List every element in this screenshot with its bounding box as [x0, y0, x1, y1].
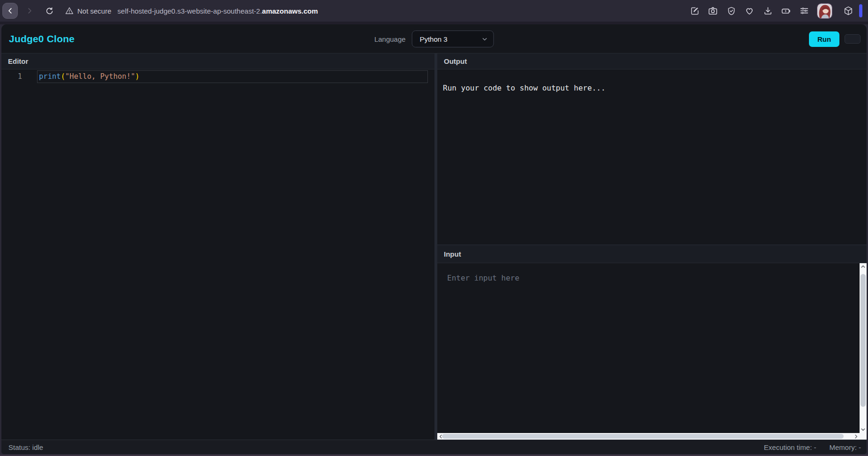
code-line: 1 print("Hello, Python!"): [1, 70, 434, 83]
right-column: Output Run your code to show output here…: [437, 53, 867, 440]
avatar-image: [817, 4, 832, 18]
menu-button[interactable]: [799, 6, 809, 16]
shield-check-icon: [726, 6, 736, 16]
language-select[interactable]: Python 3: [412, 30, 494, 47]
chevron-right-icon: [25, 7, 34, 15]
input-horizontal-scrollbar[interactable]: [437, 433, 860, 440]
page-window: Judge0 Clone Language Python 3 Run Edito…: [1, 24, 867, 454]
toolbar-icon-group: [689, 4, 832, 18]
heart-icon: [744, 6, 755, 16]
warning-triangle-icon: [65, 6, 74, 15]
execution-time-text: Execution time: -: [764, 443, 816, 451]
scrollbar-corner: [860, 433, 867, 440]
scroll-down-icon: [861, 427, 866, 432]
language-group: Language Python 3: [374, 24, 494, 53]
downloads-button[interactable]: [763, 6, 773, 16]
privacy-button[interactable]: [726, 6, 736, 16]
output-message: Run your code to show output here...: [443, 84, 861, 92]
sliders-icon: [799, 6, 809, 16]
edit-button[interactable]: [689, 6, 700, 16]
not-secure-label: Not secure: [77, 7, 112, 15]
sidebar-corner-group: [843, 4, 862, 17]
browser-toolbar: Not secure self-hosted-judge0.s3-website…: [0, 0, 868, 22]
input-vertical-scrollbar[interactable]: [860, 263, 867, 433]
edit-icon: [690, 6, 700, 16]
scroll-up-icon: [861, 264, 866, 269]
url-host-bold: amazonaws.com: [262, 7, 318, 15]
header-actions: Run: [809, 24, 861, 53]
site-security-button[interactable]: Not secure: [65, 6, 112, 15]
favorites-button[interactable]: [744, 6, 755, 16]
input-panel-title: Input: [437, 245, 867, 263]
page-title: Judge0 Clone: [9, 33, 75, 45]
cube-icon: [843, 6, 853, 16]
app-header: Judge0 Clone Language Python 3 Run: [1, 24, 867, 53]
vertical-scroll-thumb[interactable]: [861, 274, 866, 407]
boost-button[interactable]: [781, 6, 791, 16]
output-panel: Output Run your code to show output here…: [437, 53, 867, 245]
chevron-left-icon: [6, 7, 15, 15]
input-textarea[interactable]: [437, 263, 860, 433]
sidebar-accent-bar[interactable]: [859, 4, 862, 17]
output-panel-title: Output: [437, 53, 867, 69]
refresh-icon: [45, 7, 54, 15]
output-area: Run your code to show output here...: [437, 69, 867, 244]
scroll-down-button[interactable]: [860, 426, 867, 433]
line-number: 1: [1, 70, 37, 83]
scroll-right-icon: [853, 434, 859, 439]
battery-icon: [781, 6, 791, 16]
input-panel: Input: [437, 245, 867, 440]
scroll-up-button[interactable]: [860, 263, 867, 270]
code-editor[interactable]: 1 print("Hello, Python!"): [1, 69, 434, 440]
address-bar[interactable]: self-hosted-judge0.s3-website-ap-southea…: [118, 7, 689, 15]
chevron-down-icon: [481, 36, 487, 42]
language-selected-value: Python 3: [419, 35, 481, 43]
status-metrics: Execution time: - Memory: -: [764, 443, 861, 451]
download-icon: [763, 6, 773, 16]
memory-text: Memory: -: [830, 443, 861, 451]
back-button[interactable]: [2, 3, 18, 19]
refresh-button[interactable]: [43, 4, 55, 18]
forward-button[interactable]: [23, 4, 36, 18]
url-host-dim: self-hosted-judge0.s3-website-ap-southea…: [118, 7, 262, 15]
language-label: Language: [374, 35, 406, 43]
status-text: Status: idle: [8, 443, 43, 451]
extra-toolbar-button[interactable]: [845, 34, 861, 44]
horizontal-scroll-thumb[interactable]: [442, 434, 844, 439]
status-bar: Status: idle Execution time: - Memory: -: [1, 440, 867, 454]
profile-avatar[interactable]: [817, 4, 832, 18]
current-line-highlight: [37, 70, 428, 83]
scroll-right-button[interactable]: [853, 433, 860, 440]
main-area: Editor 1 print("Hello, Python!") Output …: [1, 53, 867, 440]
input-area: [437, 263, 867, 440]
workspace-button[interactable]: [843, 6, 853, 16]
editor-panel-title: Editor: [1, 53, 434, 69]
camera-icon: [708, 6, 718, 16]
window-bottom-edge: [0, 454, 868, 456]
screenshot-button[interactable]: [708, 6, 718, 16]
run-button[interactable]: Run: [809, 31, 839, 47]
editor-panel: Editor 1 print("Hello, Python!"): [1, 53, 434, 440]
